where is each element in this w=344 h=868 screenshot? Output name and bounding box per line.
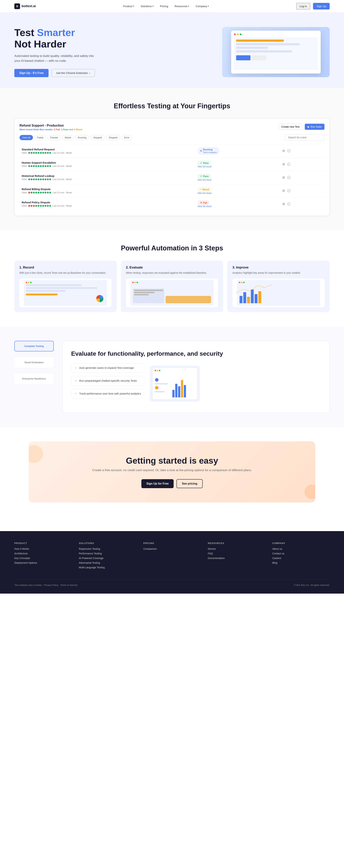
- mockup-line: [26, 284, 81, 286]
- run-suite-button[interactable]: ▶ Run Suite: [305, 124, 324, 130]
- dot-yellow: [134, 282, 136, 283]
- filter-tab-passed[interactable]: Passed: [48, 135, 61, 140]
- chart-bar: [178, 386, 180, 397]
- footer-link-blog[interactable]: Blog: [273, 561, 330, 564]
- dot: [40, 165, 42, 167]
- filter-tab-mixed[interactable]: Mixed: [62, 135, 74, 140]
- dot: [35, 192, 37, 193]
- info-button[interactable]: ⓘ: [286, 188, 291, 194]
- info-button[interactable]: ⓘ: [286, 201, 291, 207]
- footer-link-faq[interactable]: FAQ: [208, 552, 265, 555]
- dot: [33, 152, 35, 154]
- dots-container: [28, 192, 51, 193]
- terms-of-service-link[interactable]: Terms of Service: [60, 584, 78, 586]
- nav-product[interactable]: Product ▾: [123, 5, 134, 8]
- view-full-result-link[interactable]: View full result: [198, 165, 277, 168]
- footer-link-ai-coverage[interactable]: AI-Powered Coverage: [79, 557, 136, 560]
- filter-tab-running[interactable]: Running: [75, 135, 89, 140]
- dashboard-header: Refund Support - Production Most recent …: [20, 124, 324, 131]
- login-button[interactable]: Log in: [296, 3, 310, 9]
- chrome-icon: [96, 295, 104, 302]
- footer-link-about[interactable]: About us: [273, 548, 330, 550]
- settings-button[interactable]: ⚙: [282, 148, 286, 154]
- sidebar-item-complete-testing[interactable]: Complete Testing: [14, 341, 54, 351]
- dot-yellow: [28, 282, 29, 283]
- settings-button[interactable]: ⚙: [282, 175, 286, 180]
- nav-pricing[interactable]: Pricing: [160, 5, 168, 8]
- info-button[interactable]: ⓘ: [286, 161, 291, 167]
- test-meta: Older: [22, 191, 193, 194]
- test-search-input[interactable]: [285, 134, 324, 141]
- dot: [35, 165, 37, 167]
- logo[interactable]: B bottest.ai: [14, 3, 36, 9]
- nav-resources[interactable]: Resources ▾: [175, 5, 190, 8]
- dot-green: [137, 282, 138, 283]
- dot: [49, 165, 51, 167]
- footer-link-key-concepts[interactable]: Key Concepts: [14, 557, 71, 560]
- status-badge: ✕ Fail: [198, 200, 210, 205]
- view-full-result-link[interactable]: View full result: [198, 179, 277, 181]
- check-icon: ✓: [200, 175, 202, 178]
- eval-avatar: [154, 385, 159, 390]
- filter-tab-stopped2[interactable]: Stopped: [106, 135, 120, 140]
- browser-dots: [26, 282, 105, 283]
- filter-tab-error[interactable]: Error: [121, 135, 132, 140]
- footer-link-architecture[interactable]: Architecture: [14, 552, 71, 555]
- eval-features: → Auto generate cases to expand Test cov…: [71, 363, 144, 398]
- eval-line: [154, 391, 164, 392]
- privacy-policy-link[interactable]: Privacy Policy: [44, 584, 58, 586]
- footer-link-demos[interactable]: Demos: [208, 548, 265, 550]
- footer-link-adversarial[interactable]: Adversarial Testing: [79, 561, 136, 564]
- sidebar-item-smart-evaluation[interactable]: Smart Evaluation: [14, 357, 54, 368]
- sidebar-item-enterprise-readiness[interactable]: Enterprise Readiness: [14, 373, 54, 384]
- dot: [38, 165, 39, 167]
- footer-link-careers[interactable]: Careers: [273, 557, 330, 560]
- dot: [42, 192, 44, 193]
- footer-link-contact[interactable]: Contact us: [273, 552, 330, 555]
- info-button[interactable]: ⓘ: [286, 148, 291, 154]
- signup-button[interactable]: Sign Up: [313, 3, 330, 9]
- chart-bar: [175, 384, 177, 397]
- create-test-button[interactable]: Create new Test: [279, 124, 303, 130]
- dot: [47, 192, 49, 193]
- filter-tab-stopped1[interactable]: Stopped: [90, 135, 105, 140]
- footer-link-how-it-works[interactable]: How it Works: [14, 548, 71, 550]
- browser-bar: [234, 33, 318, 35]
- dashboard-actions: Create new Test ▶ Run Suite: [279, 124, 324, 130]
- gs-pricing-button[interactable]: See pricing: [176, 479, 203, 488]
- gs-signup-button[interactable]: Sign Up for Free: [141, 479, 174, 488]
- settings-button[interactable]: ⚙: [282, 188, 286, 193]
- nav-solutions[interactable]: Solutions ▾: [141, 5, 153, 8]
- settings-button[interactable]: ⚙: [282, 202, 286, 207]
- check-icon: →: [74, 379, 77, 382]
- footer-col-title-pricing: Pricing: [143, 542, 201, 545]
- info-button[interactable]: ⓘ: [286, 175, 291, 180]
- settings-button[interactable]: ⚙: [282, 162, 286, 167]
- bar: [243, 292, 246, 303]
- test-status-cell: ↻ RunningTest in progress: [196, 144, 279, 158]
- dot: [42, 179, 44, 180]
- footer-link-documentation[interactable]: Documentation: [208, 557, 265, 560]
- hero-cta-extension[interactable]: Get the Chrome Extension ›: [52, 69, 95, 77]
- test-name: Refund Billing Dispute: [22, 188, 193, 191]
- browser-btn-2: [252, 55, 266, 60]
- footer-link-deployment[interactable]: Deployment Options: [14, 561, 71, 564]
- footer-link-multilang[interactable]: Multi-Language Testing: [79, 566, 136, 569]
- dot-red: [132, 282, 134, 283]
- filter-tab-all[interactable]: View all: [20, 135, 33, 140]
- step-improve-mockup: [237, 280, 320, 306]
- test-status-cell: ~ Mixed View full result: [196, 184, 279, 197]
- view-full-result-link[interactable]: View full result: [198, 205, 277, 208]
- footer-link-regression[interactable]: Regression Testing: [79, 548, 136, 550]
- nav-company[interactable]: Company ▾: [196, 5, 209, 8]
- view-full-result-link[interactable]: View full result: [198, 192, 277, 194]
- fail-icon: ✕: [200, 202, 202, 204]
- test-name-cell: Standard Refund Request Older: [20, 144, 196, 158]
- step-desc: When testing, responses are evaluated ag…: [126, 271, 218, 275]
- footer-link-performance[interactable]: Performance Testing: [79, 552, 136, 555]
- footer-link-comparison[interactable]: Comparison: [143, 548, 201, 550]
- dot-green: [30, 282, 32, 283]
- filter-tab-failed[interactable]: Failed: [34, 135, 46, 140]
- hero-cta-primary[interactable]: Sign Up - It's Free: [14, 69, 49, 77]
- dot: [35, 205, 37, 207]
